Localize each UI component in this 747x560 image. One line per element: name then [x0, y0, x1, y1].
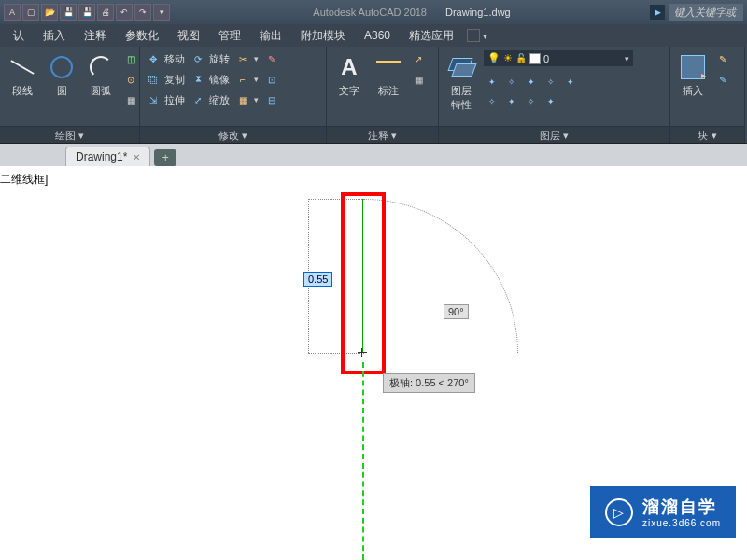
polar-tooltip: 极轴: 0.55 < 270° [383, 373, 475, 393]
title-center: Autodesk AutoCAD 2018 Drawing1.dwg [174, 7, 650, 18]
panel-annotate: A 文字 标注 ↗ ▦ 注释 ▾ [327, 47, 439, 143]
tab-a360[interactable]: A360 [355, 25, 400, 46]
dimension-button[interactable]: 标注 [372, 50, 405, 100]
rotate-label: 旋转 [209, 52, 230, 66]
tab-manage[interactable]: 管理 [209, 24, 250, 48]
fillet-icon: ⌐ [235, 72, 250, 87]
panel-layers: 图层 特性 💡 ☀ 🔓 0 ▾ ✦ ✧ ✦ ✧ ✦ ✧ [439, 47, 670, 143]
dimension-input[interactable]: 0.55 [303, 272, 332, 287]
layer-dropdown[interactable]: 💡 ☀ 🔓 0 ▾ [484, 50, 633, 66]
layer-tool-2[interactable]: ✧ [503, 74, 520, 91]
drawn-line [362, 199, 363, 353]
copy-label: 复制 [164, 73, 185, 87]
watermark-url: zixue.3d66.com [642, 518, 721, 528]
scale-button[interactable]: ⤢缩放 [190, 91, 230, 108]
tab-end-icon[interactable] [467, 29, 480, 42]
drawing-canvas[interactable]: 二维线框] 0.55 90° 极轴: 0.55 < 270° ▷ 溜溜自学 zi… [0, 166, 747, 560]
draw-extra1[interactable]: ◫ [123, 50, 138, 67]
viewport-label: 二维线框] [0, 172, 48, 188]
tab-parametric[interactable]: 参数化 [116, 24, 168, 48]
layer-tool-8[interactable]: ✧ [523, 93, 540, 110]
tab-output[interactable]: 输出 [250, 24, 291, 48]
save-icon[interactable]: 💾 [60, 4, 77, 21]
mirror-button[interactable]: ⧗镜像 [190, 71, 230, 88]
block-extra2[interactable]: ✎ [715, 71, 730, 88]
insert-button[interactable]: 插入 [676, 50, 710, 100]
stretch-icon: ⇲ [146, 92, 161, 107]
tab-view[interactable]: 视图 [168, 24, 209, 48]
layer-tool-6[interactable]: ✧ [484, 93, 500, 110]
construction-arc [364, 199, 518, 353]
search-input[interactable]: 键入关键字或 [669, 4, 743, 21]
panel-block-title[interactable]: 块 ▾ [670, 126, 744, 143]
polar-tracking-line [362, 362, 364, 560]
move-button[interactable]: ✥移动 [146, 50, 185, 67]
qat-dropdown-icon[interactable]: ▾ [153, 4, 170, 21]
text-button[interactable]: A 文字 [332, 50, 366, 100]
table-button[interactable]: ▦ [411, 71, 426, 88]
layer-tool-9[interactable]: ✦ [543, 93, 559, 110]
tab-annotate[interactable]: 注释 [75, 24, 116, 48]
circle-button[interactable]: 圆 [45, 50, 78, 100]
acad-logo-icon[interactable]: A [4, 4, 21, 21]
title-right: ▶ 键入关键字或 [650, 4, 747, 21]
layer-properties-button[interactable]: 图层 特性 [444, 50, 478, 114]
layer-tool-3[interactable]: ✦ [523, 74, 540, 91]
text-label: 文字 [339, 84, 359, 98]
panel-draw-title[interactable]: 绘图 ▾ [0, 126, 139, 143]
fillet-button[interactable]: ⌐▾ [235, 71, 259, 88]
array-button[interactable]: ▦▾ [235, 91, 259, 108]
mirror-icon: ⧗ [190, 72, 205, 87]
tab-home[interactable]: 认 [4, 24, 34, 48]
tab-end-dropdown-icon[interactable]: ▾ [483, 31, 487, 41]
panel-modify-title[interactable]: 修改 ▾ [140, 126, 326, 143]
undo-icon[interactable]: ↶ [116, 4, 133, 21]
titlebar: A ▢ 📂 💾 💾 🖨 ↶ ↷ ▾ Autodesk AutoCAD 2018 … [0, 0, 747, 24]
mirror-label: 镜像 [209, 73, 230, 87]
copy-button[interactable]: ⿻复制 [146, 71, 185, 88]
insert-icon [678, 52, 708, 82]
insert-label: 插入 [683, 84, 703, 98]
document-tabs: Drawing1* ✕ + [0, 144, 747, 166]
plot-icon[interactable]: 🖨 [97, 4, 114, 21]
quick-access-toolbar: A ▢ 📂 💾 💾 🖨 ↶ ↷ ▾ [0, 4, 174, 21]
draw-extra3[interactable]: ▦ [123, 91, 138, 108]
layer-tool-4[interactable]: ✧ [543, 74, 559, 91]
trim-button[interactable]: ✂▾ [235, 50, 259, 67]
doc-tab-active[interactable]: Drawing1* ✕ [65, 147, 150, 166]
info-play-icon[interactable]: ▶ [650, 5, 665, 20]
polyline-label: 段线 [12, 84, 33, 98]
tab-featured[interactable]: 精选应用 [400, 24, 463, 48]
modify-extra3[interactable]: ⊟ [264, 91, 279, 108]
add-tab-button[interactable]: + [154, 149, 176, 166]
draw-extra2[interactable]: ⊙ [123, 71, 138, 88]
redo-icon[interactable]: ↷ [134, 4, 151, 21]
tab-addins[interactable]: 附加模块 [291, 24, 355, 48]
stretch-label: 拉伸 [164, 93, 185, 107]
block-extra1[interactable]: ✎ [715, 50, 730, 67]
tab-insert[interactable]: 插入 [34, 24, 75, 48]
modify-extra1[interactable]: ✎ [264, 50, 279, 67]
arc-button[interactable]: 圆弧 [84, 50, 118, 100]
polyline-button[interactable]: 段线 [6, 50, 39, 100]
stretch-button[interactable]: ⇲拉伸 [146, 91, 185, 108]
angle-readout: 90° [444, 304, 469, 319]
panel-layers-title[interactable]: 图层 ▾ [439, 126, 669, 143]
layer-tool-7[interactable]: ✦ [503, 93, 520, 110]
new-icon[interactable]: ▢ [22, 4, 39, 21]
rotate-icon: ⟳ [190, 51, 205, 66]
modify-extra2[interactable]: ⊡ [264, 71, 279, 88]
layer-tool-5[interactable]: ✦ [562, 74, 579, 91]
leader-button[interactable]: ↗ [411, 50, 426, 67]
trim-icon: ✂ [235, 51, 250, 66]
layer-tool-1[interactable]: ✦ [484, 74, 500, 91]
saveas-icon[interactable]: 💾 [78, 4, 95, 21]
dimension-icon [374, 52, 403, 82]
color-swatch [529, 53, 541, 64]
panel-annotate-title[interactable]: 注释 ▾ [327, 126, 438, 143]
open-icon[interactable]: 📂 [41, 4, 58, 21]
close-icon[interactable]: ✕ [133, 152, 140, 162]
bulb-icon: 💡 [487, 52, 500, 64]
rotate-button[interactable]: ⟳旋转 [190, 50, 230, 67]
layers-icon [446, 52, 476, 82]
